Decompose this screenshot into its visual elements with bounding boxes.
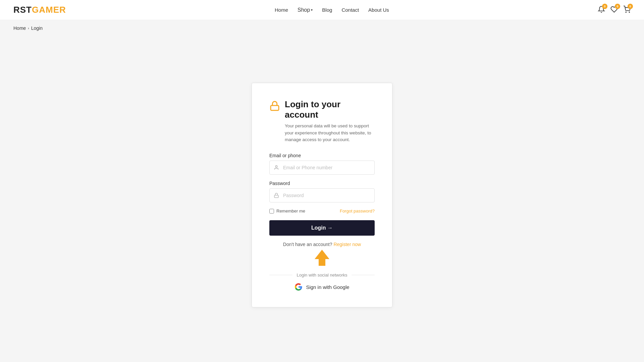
breadcrumb-home[interactable]: Home	[13, 25, 26, 31]
main-content: Login to your account Your personal data…	[0, 36, 644, 361]
svg-rect-2	[271, 105, 279, 110]
up-arrow-icon	[315, 249, 329, 266]
cart-count: 0	[628, 4, 633, 9]
email-input[interactable]	[283, 161, 374, 174]
password-form-group: Password	[269, 181, 375, 202]
wishlist-count: 0	[615, 4, 620, 9]
social-divider: Login with social networks	[269, 273, 375, 278]
svg-point-0	[626, 12, 626, 12]
card-header: Login to your account Your personal data…	[269, 99, 375, 144]
email-form-group: Email or phone	[269, 153, 375, 175]
email-input-wrap	[269, 161, 375, 175]
remember-label[interactable]: Remember me	[276, 208, 305, 214]
header-icons: 0 0 0	[598, 6, 631, 14]
user-icon	[270, 165, 283, 170]
notifications-count: 0	[602, 4, 607, 9]
google-icon	[294, 283, 303, 291]
divider-line-left	[269, 275, 292, 275]
password-input[interactable]	[283, 189, 374, 202]
google-signin-label: Sign in with Google	[306, 284, 349, 290]
password-input-wrap	[269, 188, 375, 202]
logo[interactable]: RSTGAMER	[13, 5, 66, 15]
google-signin-button[interactable]: Sign in with Google	[294, 283, 349, 291]
remember-checkbox[interactable]	[269, 209, 274, 214]
cart-icon-button[interactable]: 0	[623, 6, 631, 14]
social-login-section: Sign in with Google	[269, 283, 375, 291]
notifications-icon-button[interactable]: 0	[598, 6, 605, 14]
shop-chevron-icon: ▾	[311, 8, 313, 12]
register-link[interactable]: Register now	[333, 242, 361, 247]
breadcrumb-separator: ›	[28, 26, 29, 30]
svg-marker-5	[315, 250, 329, 266]
card-subtitle: Your personal data will be used to suppo…	[285, 123, 375, 144]
nav-blog[interactable]: Blog	[322, 7, 332, 13]
nav-contact[interactable]: Contact	[341, 7, 359, 13]
remember-row: Remember me Forgot password?	[269, 208, 375, 214]
breadcrumb-current: Login	[31, 25, 43, 31]
no-account-text: Don't have an account?	[283, 242, 332, 247]
nav-about[interactable]: About Us	[368, 7, 389, 13]
forgot-password-link[interactable]: Forgot password?	[340, 208, 375, 214]
arrow-indicator	[269, 249, 375, 266]
header: RSTGAMER Home Shop ▾ Blog Contact About …	[0, 0, 644, 20]
divider-line-right	[352, 275, 375, 275]
svg-point-3	[275, 166, 277, 167]
email-label: Email or phone	[269, 153, 375, 158]
nav-home[interactable]: Home	[275, 7, 288, 13]
lock-input-icon	[270, 193, 283, 198]
svg-rect-4	[274, 195, 278, 198]
svg-point-1	[629, 12, 630, 12]
register-row: Don't have an account? Register now	[269, 242, 375, 247]
logo-gamer: GAMER	[32, 5, 66, 15]
card-title: Login to your account	[285, 99, 375, 120]
divider-text: Login with social networks	[297, 273, 347, 278]
login-card: Login to your account Your personal data…	[252, 83, 392, 308]
wishlist-icon-button[interactable]: 0	[610, 6, 618, 14]
nav-shop[interactable]: Shop ▾	[298, 7, 313, 13]
login-button[interactable]: Login →	[269, 220, 375, 236]
password-label: Password	[269, 181, 375, 186]
logo-rst: RST	[13, 5, 32, 15]
lock-icon	[269, 101, 280, 113]
breadcrumb: Home › Login	[0, 20, 644, 36]
main-nav: Home Shop ▾ Blog Contact About Us	[275, 7, 389, 13]
